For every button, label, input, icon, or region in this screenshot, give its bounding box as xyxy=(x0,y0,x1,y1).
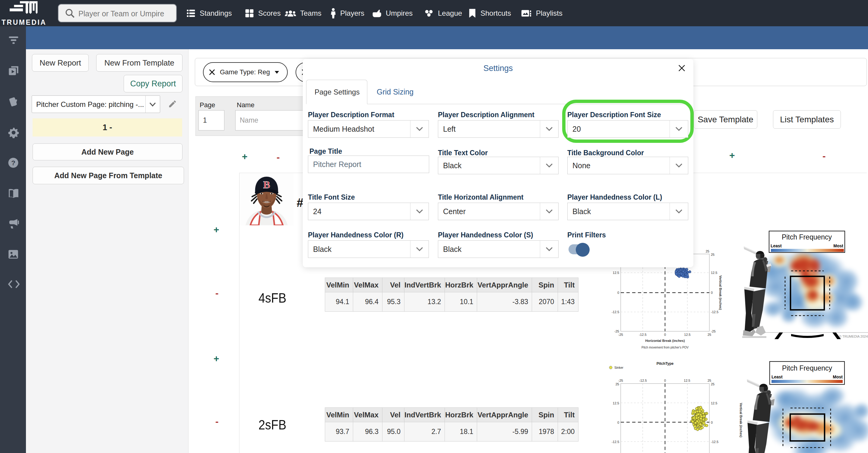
svg-text:12.5: 12.5 xyxy=(711,271,717,275)
svg-text:Pitch Frequency: Pitch Frequency xyxy=(782,233,832,241)
svg-text:-12.5: -12.5 xyxy=(639,379,647,382)
svg-text:0: 0 xyxy=(617,421,619,424)
svg-text:25: 25 xyxy=(708,379,711,382)
svg-text:12.5: 12.5 xyxy=(711,401,717,405)
svg-text:Vertical Break (inches): Vertical Break (inches) xyxy=(719,276,722,310)
svg-text:25: 25 xyxy=(711,382,714,386)
svg-text:12.5: 12.5 xyxy=(613,401,619,405)
svg-text:0: 0 xyxy=(664,379,666,382)
svg-text:0: 0 xyxy=(664,333,666,336)
svg-text:Sinker: Sinker xyxy=(614,366,623,369)
svg-text:-25: -25 xyxy=(711,330,716,333)
svg-text:Pitch Frequency: Pitch Frequency xyxy=(782,364,832,372)
svg-text:0: 0 xyxy=(617,291,619,294)
svg-text:0: 0 xyxy=(711,421,713,424)
svg-text:12.5: 12.5 xyxy=(613,271,619,275)
svg-text:PitchType: PitchType xyxy=(657,362,674,366)
svg-text:25: 25 xyxy=(706,250,709,253)
svg-text:Pitch movement from pitcher's: Pitch movement from pitcher's POV xyxy=(642,345,688,349)
svg-text:-25: -25 xyxy=(618,379,623,382)
svg-text:-12.5: -12.5 xyxy=(612,440,619,444)
svg-text:Least: Least xyxy=(771,244,782,248)
svg-text:B: B xyxy=(263,179,270,190)
svg-text:12.5: 12.5 xyxy=(684,333,690,336)
svg-text:?: ? xyxy=(11,159,16,167)
svg-text:-12.5: -12.5 xyxy=(711,310,718,314)
svg-text:25: 25 xyxy=(616,382,619,386)
svg-text:25: 25 xyxy=(708,333,711,336)
svg-text:12.5: 12.5 xyxy=(684,379,690,382)
svg-text:25: 25 xyxy=(711,253,714,256)
svg-text:0: 0 xyxy=(711,291,713,294)
svg-text:-12.5: -12.5 xyxy=(612,310,619,314)
svg-text:© TRUMEDIA 2024: © TRUMEDIA 2024 xyxy=(839,335,868,338)
svg-text:Most: Most xyxy=(833,244,843,248)
svg-text:Most: Most xyxy=(833,374,843,379)
svg-text:Least: Least xyxy=(772,374,783,379)
svg-text:-25: -25 xyxy=(618,333,623,336)
svg-text:-12.5: -12.5 xyxy=(639,333,646,336)
svg-text:Horizontal Break (inches): Horizontal Break (inches) xyxy=(645,339,685,342)
svg-text:-12.5: -12.5 xyxy=(711,440,718,444)
